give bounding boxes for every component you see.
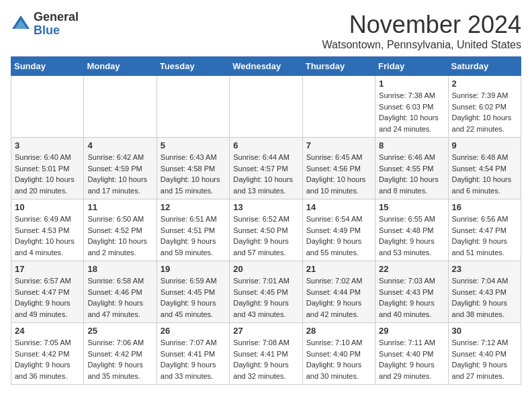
day-info: Sunrise: 7:38 AM Sunset: 6:03 PM Dayligh…: [379, 90, 444, 134]
day-info: Sunrise: 6:40 AM Sunset: 5:01 PM Dayligh…: [15, 152, 80, 196]
weekday-header: Sunday: [11, 57, 84, 76]
day-info: Sunrise: 6:59 AM Sunset: 4:45 PM Dayligh…: [161, 275, 226, 320]
day-number: 3: [15, 140, 80, 150]
day-number: 17: [15, 264, 80, 274]
day-number: 6: [233, 140, 298, 150]
calendar-cell: 19Sunrise: 6:59 AM Sunset: 4:45 PM Dayli…: [157, 261, 229, 323]
calendar-cell: 10Sunrise: 6:49 AM Sunset: 4:53 PM Dayli…: [11, 199, 84, 261]
day-info: Sunrise: 7:05 AM Sunset: 4:42 PM Dayligh…: [15, 337, 80, 381]
day-info: Sunrise: 7:02 AM Sunset: 4:44 PM Dayligh…: [306, 275, 371, 320]
calendar-cell: 23Sunrise: 7:04 AM Sunset: 4:43 PM Dayli…: [448, 261, 521, 323]
calendar-cell: [11, 76, 84, 138]
day-number: 12: [161, 202, 226, 212]
calendar-cell: 24Sunrise: 7:05 AM Sunset: 4:42 PM Dayli…: [11, 323, 84, 385]
calendar-cell: 6Sunrise: 6:44 AM Sunset: 4:57 PM Daylig…: [230, 138, 302, 199]
weekday-header: Thursday: [302, 57, 375, 76]
day-number: 8: [379, 140, 444, 150]
calendar-cell: [84, 76, 157, 138]
calendar-cell: 22Sunrise: 7:03 AM Sunset: 4:43 PM Dayli…: [375, 261, 448, 323]
day-info: Sunrise: 6:42 AM Sunset: 4:59 PM Dayligh…: [87, 152, 152, 196]
day-number: 26: [161, 326, 226, 336]
calendar-cell: [230, 76, 302, 138]
calendar-cell: 5Sunrise: 6:43 AM Sunset: 4:58 PM Daylig…: [157, 138, 229, 199]
logo-general: General: [34, 10, 79, 24]
day-number: 5: [161, 140, 226, 150]
calendar-cell: 9Sunrise: 6:48 AM Sunset: 4:54 PM Daylig…: [448, 138, 521, 199]
calendar-header-row: SundayMondayTuesdayWednesdayThursdayFrid…: [11, 57, 521, 76]
day-number: 14: [306, 202, 371, 212]
day-number: 30: [452, 326, 517, 336]
day-number: 7: [306, 140, 371, 150]
day-info: Sunrise: 6:44 AM Sunset: 4:57 PM Dayligh…: [233, 152, 298, 196]
day-info: Sunrise: 7:11 AM Sunset: 4:40 PM Dayligh…: [379, 337, 444, 381]
day-number: 2: [452, 79, 517, 89]
location-title: Watsontown, Pennsylvania, United States: [322, 39, 521, 51]
weekday-header: Wednesday: [230, 57, 302, 76]
header: General Blue November 2024 Watsontown, P…: [11, 11, 521, 51]
calendar-cell: 25Sunrise: 7:06 AM Sunset: 4:42 PM Dayli…: [84, 323, 157, 385]
day-info: Sunrise: 6:50 AM Sunset: 4:52 PM Dayligh…: [87, 214, 152, 258]
calendar-cell: 28Sunrise: 7:10 AM Sunset: 4:40 PM Dayli…: [302, 323, 375, 385]
calendar-cell: 30Sunrise: 7:12 AM Sunset: 4:40 PM Dayli…: [448, 323, 521, 385]
calendar-cell: 12Sunrise: 6:51 AM Sunset: 4:51 PM Dayli…: [157, 199, 229, 261]
day-info: Sunrise: 6:57 AM Sunset: 4:47 PM Dayligh…: [15, 275, 80, 320]
day-info: Sunrise: 6:56 AM Sunset: 4:47 PM Dayligh…: [452, 214, 517, 258]
day-info: Sunrise: 6:48 AM Sunset: 4:54 PM Dayligh…: [452, 152, 517, 196]
calendar-cell: 14Sunrise: 6:54 AM Sunset: 4:49 PM Dayli…: [302, 199, 375, 261]
calendar-cell: [302, 76, 375, 138]
day-info: Sunrise: 6:49 AM Sunset: 4:53 PM Dayligh…: [15, 214, 80, 258]
calendar-cell: 29Sunrise: 7:11 AM Sunset: 4:40 PM Dayli…: [375, 323, 448, 385]
day-number: 22: [379, 264, 444, 274]
day-number: 11: [87, 202, 152, 212]
weekday-header: Saturday: [448, 57, 521, 76]
calendar-cell: 15Sunrise: 6:55 AM Sunset: 4:48 PM Dayli…: [375, 199, 448, 261]
calendar-cell: 7Sunrise: 6:45 AM Sunset: 4:56 PM Daylig…: [302, 138, 375, 199]
month-title: November 2024: [322, 11, 521, 39]
calendar-cell: 17Sunrise: 6:57 AM Sunset: 4:47 PM Dayli…: [11, 261, 84, 323]
calendar-week-row: 24Sunrise: 7:05 AM Sunset: 4:42 PM Dayli…: [11, 323, 521, 385]
day-number: 9: [452, 140, 517, 150]
day-number: 13: [233, 202, 298, 212]
calendar-week-row: 3Sunrise: 6:40 AM Sunset: 5:01 PM Daylig…: [11, 138, 521, 199]
calendar-cell: 3Sunrise: 6:40 AM Sunset: 5:01 PM Daylig…: [11, 138, 84, 199]
day-info: Sunrise: 6:54 AM Sunset: 4:49 PM Dayligh…: [306, 214, 371, 258]
day-number: 29: [379, 326, 444, 336]
calendar-table: SundayMondayTuesdayWednesdayThursdayFrid…: [11, 56, 521, 385]
day-info: Sunrise: 6:43 AM Sunset: 4:58 PM Dayligh…: [161, 152, 226, 196]
day-info: Sunrise: 7:01 AM Sunset: 4:45 PM Dayligh…: [233, 275, 298, 320]
calendar-cell: 8Sunrise: 6:46 AM Sunset: 4:55 PM Daylig…: [375, 138, 448, 199]
calendar-week-row: 1Sunrise: 7:38 AM Sunset: 6:03 PM Daylig…: [11, 76, 521, 138]
calendar-week-row: 17Sunrise: 6:57 AM Sunset: 4:47 PM Dayli…: [11, 261, 521, 323]
day-info: Sunrise: 7:39 AM Sunset: 6:02 PM Dayligh…: [452, 90, 517, 134]
day-info: Sunrise: 6:58 AM Sunset: 4:46 PM Dayligh…: [87, 275, 152, 320]
calendar-cell: 26Sunrise: 7:07 AM Sunset: 4:41 PM Dayli…: [157, 323, 229, 385]
day-info: Sunrise: 7:08 AM Sunset: 4:41 PM Dayligh…: [233, 337, 298, 381]
day-number: 10: [15, 202, 80, 212]
day-number: 18: [87, 264, 152, 274]
calendar-cell: 20Sunrise: 7:01 AM Sunset: 4:45 PM Dayli…: [230, 261, 302, 323]
day-info: Sunrise: 6:51 AM Sunset: 4:51 PM Dayligh…: [161, 214, 226, 258]
day-number: 28: [306, 326, 371, 336]
calendar-cell: 27Sunrise: 7:08 AM Sunset: 4:41 PM Dayli…: [230, 323, 302, 385]
calendar-cell: [157, 76, 229, 138]
calendar-cell: 16Sunrise: 6:56 AM Sunset: 4:47 PM Dayli…: [448, 199, 521, 261]
weekday-header: Monday: [84, 57, 157, 76]
day-info: Sunrise: 7:04 AM Sunset: 4:43 PM Dayligh…: [452, 275, 517, 320]
calendar-cell: 21Sunrise: 7:02 AM Sunset: 4:44 PM Dayli…: [302, 261, 375, 323]
day-info: Sunrise: 6:52 AM Sunset: 4:50 PM Dayligh…: [233, 214, 298, 258]
logo-blue: Blue: [34, 24, 60, 37]
day-number: 27: [233, 326, 298, 336]
day-info: Sunrise: 7:10 AM Sunset: 4:40 PM Dayligh…: [306, 337, 371, 381]
calendar-body: 1Sunrise: 7:38 AM Sunset: 6:03 PM Daylig…: [11, 76, 521, 385]
day-number: 15: [379, 202, 444, 212]
calendar-cell: 13Sunrise: 6:52 AM Sunset: 4:50 PM Dayli…: [230, 199, 302, 261]
day-info: Sunrise: 7:07 AM Sunset: 4:41 PM Dayligh…: [161, 337, 226, 381]
calendar-cell: 11Sunrise: 6:50 AM Sunset: 4:52 PM Dayli…: [84, 199, 157, 261]
day-number: 25: [87, 326, 152, 336]
day-info: Sunrise: 6:46 AM Sunset: 4:55 PM Dayligh…: [379, 152, 444, 196]
day-number: 4: [87, 140, 152, 150]
calendar-week-row: 10Sunrise: 6:49 AM Sunset: 4:53 PM Dayli…: [11, 199, 521, 261]
day-info: Sunrise: 7:03 AM Sunset: 4:43 PM Dayligh…: [379, 275, 444, 320]
calendar-cell: 18Sunrise: 6:58 AM Sunset: 4:46 PM Dayli…: [84, 261, 157, 323]
day-number: 23: [452, 264, 517, 274]
